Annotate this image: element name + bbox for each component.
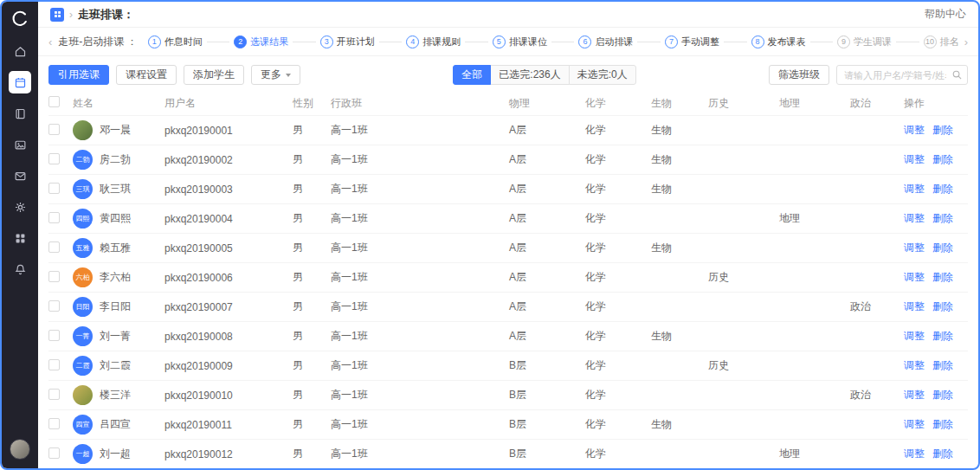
step-1[interactable]: 1作息时间 bbox=[148, 35, 203, 48]
adjust-link[interactable]: 调整 bbox=[904, 299, 925, 314]
adjust-link[interactable]: 调整 bbox=[904, 358, 925, 373]
row-checkbox[interactable] bbox=[48, 300, 60, 312]
step-3[interactable]: 3开班计划 bbox=[320, 35, 375, 48]
step-2[interactable]: 2选课结果 bbox=[234, 35, 288, 48]
row-checkbox[interactable] bbox=[48, 241, 60, 253]
course-nav-item[interactable] bbox=[9, 102, 31, 125]
username-cell: pkxq20190001 bbox=[164, 125, 293, 137]
delete-link[interactable]: 删除 bbox=[932, 241, 953, 255]
more-button[interactable]: 更多 bbox=[251, 65, 300, 85]
mail-nav-item[interactable] bbox=[9, 164, 31, 187]
gallery-nav-item[interactable] bbox=[9, 133, 31, 156]
row-checkbox[interactable] bbox=[48, 153, 60, 164]
app-logo-icon[interactable] bbox=[10, 10, 29, 29]
caret-down-icon bbox=[286, 74, 291, 77]
filter-all[interactable]: 全部 bbox=[453, 65, 491, 85]
course-settings-button[interactable]: 课程设置 bbox=[116, 65, 177, 85]
chevron-right-icon[interactable]: › bbox=[964, 35, 968, 48]
username-cell: pkxq20190003 bbox=[164, 183, 293, 196]
step-9[interactable]: 9学生调课 bbox=[837, 35, 892, 48]
delete-link[interactable]: 删除 bbox=[932, 329, 953, 344]
step-connector bbox=[379, 42, 403, 42]
adjust-link[interactable]: 调整 bbox=[904, 417, 925, 432]
actions-cell: 调整删除 bbox=[904, 241, 968, 255]
checkbox-cell bbox=[48, 183, 73, 196]
adjust-link[interactable]: 调整 bbox=[904, 182, 925, 196]
row-checkbox[interactable] bbox=[48, 389, 60, 400]
adjust-link[interactable]: 调整 bbox=[904, 447, 925, 461]
adjust-link[interactable]: 调整 bbox=[904, 241, 925, 255]
adjust-link[interactable]: 调整 bbox=[904, 270, 925, 285]
step-connector bbox=[207, 42, 230, 42]
app-window: › 走班排课： 帮助中心 ‹ 走班-启动排课 ： 1作息时间2选课结果3开班计划… bbox=[0, 0, 980, 470]
step-8[interactable]: 8发布课表 bbox=[751, 35, 806, 48]
delete-link[interactable]: 删除 bbox=[932, 417, 953, 432]
adjust-link[interactable]: 调整 bbox=[904, 388, 925, 402]
schedule-nav-item[interactable] bbox=[9, 71, 31, 93]
chevron-left-icon[interactable]: ‹ bbox=[48, 35, 52, 48]
step-5[interactable]: 5排课课位 bbox=[493, 35, 547, 48]
table-row: 楼三洋pkxq20190010男高一1班B层化学政治调整删除 bbox=[48, 380, 968, 409]
checkbox-cell bbox=[48, 271, 73, 285]
row-checkbox[interactable] bbox=[48, 183, 60, 194]
filter-class-button[interactable]: 筛选班级 bbox=[769, 65, 829, 85]
delete-link[interactable]: 删除 bbox=[932, 270, 953, 285]
row-checkbox[interactable] bbox=[48, 359, 60, 370]
delete-link[interactable]: 删除 bbox=[932, 358, 953, 373]
row-checkbox[interactable] bbox=[48, 271, 60, 282]
subject-cell: 政治 bbox=[850, 388, 904, 402]
help-center-link[interactable]: 帮助中心 bbox=[925, 7, 966, 22]
sidebar-nav bbox=[9, 40, 31, 280]
filter-selected-done[interactable]: 已选完:236人 bbox=[490, 65, 569, 85]
step-label: 启动排课 bbox=[595, 35, 633, 48]
delete-link[interactable]: 删除 bbox=[932, 123, 953, 138]
class-cell: 高一1班 bbox=[331, 329, 509, 344]
name-cell: 一超刘一超 bbox=[73, 444, 164, 464]
row-checkbox[interactable] bbox=[48, 330, 60, 341]
settings-nav-item[interactable] bbox=[9, 196, 31, 218]
student-avatar: 三琪 bbox=[73, 179, 93, 199]
step-7[interactable]: 7手动调整 bbox=[665, 35, 719, 48]
delete-link[interactable]: 删除 bbox=[932, 388, 953, 402]
adjust-link[interactable]: 调整 bbox=[904, 152, 925, 167]
search-input[interactable] bbox=[836, 65, 968, 85]
subject-cell: 化学 bbox=[585, 241, 651, 255]
delete-link[interactable]: 删除 bbox=[932, 152, 953, 167]
bell-nav-item[interactable] bbox=[9, 258, 31, 280]
apps-nav-item[interactable] bbox=[9, 227, 31, 249]
row-checkbox[interactable] bbox=[48, 212, 60, 223]
subject-cell: A层 bbox=[509, 123, 585, 138]
column-header: 化学 bbox=[585, 96, 651, 111]
name-cell: 四熙黄四熙 bbox=[73, 209, 164, 229]
schedule-icon bbox=[14, 76, 27, 89]
delete-link[interactable]: 删除 bbox=[932, 447, 953, 461]
home-nav-item[interactable] bbox=[9, 40, 31, 62]
adjust-link[interactable]: 调整 bbox=[904, 123, 925, 138]
row-checkbox[interactable] bbox=[48, 418, 60, 429]
gender-cell: 男 bbox=[293, 299, 331, 314]
delete-link[interactable]: 删除 bbox=[932, 299, 953, 314]
select-all-checkbox[interactable] bbox=[48, 96, 60, 107]
step-4[interactable]: 4排课规则 bbox=[406, 35, 461, 48]
delete-link[interactable]: 删除 bbox=[932, 182, 953, 196]
adjust-link[interactable]: 调整 bbox=[904, 211, 925, 226]
subject-cell: A层 bbox=[509, 152, 585, 167]
table-body: 邓一晨pkxq20190001男高一1班A层化学生物调整删除二勃房二勃pkxq2… bbox=[48, 115, 968, 468]
row-checkbox[interactable] bbox=[48, 447, 60, 459]
column-header: 物理 bbox=[509, 96, 585, 111]
import-course-selection-button[interactable]: 引用选课 bbox=[48, 65, 109, 85]
gender-cell: 男 bbox=[293, 211, 331, 226]
step-6[interactable]: 6启动排课 bbox=[578, 35, 633, 48]
module-grid-icon bbox=[50, 8, 64, 22]
checkbox-cell bbox=[48, 330, 73, 344]
filter-selected-not[interactable]: 未选完:0人 bbox=[569, 65, 636, 85]
student-name: 楼三洋 bbox=[100, 388, 131, 402]
add-student-button[interactable]: 添加学生 bbox=[184, 65, 244, 85]
checkbox-cell bbox=[48, 447, 73, 461]
apps-icon bbox=[14, 232, 27, 245]
step-10[interactable]: 10排名 bbox=[924, 35, 959, 48]
delete-link[interactable]: 删除 bbox=[932, 211, 953, 226]
adjust-link[interactable]: 调整 bbox=[904, 329, 925, 344]
row-checkbox[interactable] bbox=[48, 124, 60, 135]
profile-avatar[interactable] bbox=[10, 439, 30, 460]
